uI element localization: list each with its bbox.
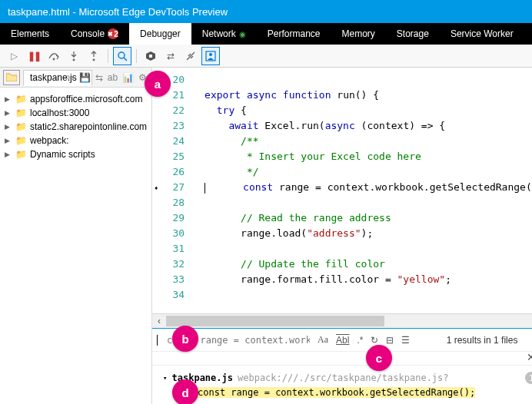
svg-point-3 [118, 52, 125, 58]
disconnect-button[interactable] [181, 47, 200, 65]
step-over-button[interactable] [45, 47, 63, 65]
main-tab-strip: Elements Console ✖2 Debugger Network ◉ P… [0, 23, 532, 45]
refresh-button[interactable]: ↻ [371, 335, 378, 346]
callout-a: a [145, 71, 171, 97]
result-filepath: webpack:///./src/taskpane/taskpane.js? [238, 373, 449, 383]
callout-b: b [172, 326, 198, 352]
horizontal-scrollbar[interactable]: ‹ › [152, 313, 532, 327]
tree-item[interactable]: ▶📁Dynamic scripts [3, 147, 148, 161]
search-panel: Aa Abl .* ↻ ⊟ ☰ 1 results in 1 files ✕ ▾… [152, 327, 532, 404]
save-icon[interactable]: 💾 [79, 72, 91, 83]
editor-panel: 20212223242526➧2728293031323334 export a… [152, 68, 532, 404]
tree-item[interactable]: ▶📁webpack: [3, 134, 148, 147]
callout-c: c [366, 345, 392, 371]
toolbar-separator [108, 49, 108, 63]
window-titlebar: taskpane.html - Microsoft Edge DevTools … [0, 0, 532, 23]
hexagon-icon [145, 51, 156, 61]
code-editor[interactable]: 20212223242526➧2728293031323334 export a… [152, 68, 532, 313]
tab-memory[interactable]: Memory [331, 23, 386, 45]
format-icon[interactable]: ab [108, 72, 118, 83]
breakpoints-button[interactable] [141, 47, 160, 65]
result-line[interactable]: (27) const range = context.workbook.getS… [163, 387, 532, 398]
tab-storage[interactable]: Storage [386, 23, 440, 45]
svg-line-4 [124, 58, 127, 61]
result-snippet: const range = context.workbook.getSelect… [198, 387, 475, 398]
tab-network[interactable]: Network ◉ [191, 23, 257, 45]
search-result-count: 1 results in 1 files [447, 335, 518, 346]
step-out-icon [89, 51, 98, 61]
callout-d: d [172, 379, 198, 404]
folder-icon [6, 73, 17, 81]
line-gutter: 20212223242526➧2728293031323334 [152, 68, 204, 313]
result-count-badge: 1 [525, 372, 532, 384]
tree-item[interactable]: ▶📁appsforoffice.microsoft.com [3, 92, 148, 106]
file-tree: ▶📁appsforoffice.microsoft.com ▶📁localhos… [0, 88, 151, 166]
open-file-button[interactable] [3, 70, 20, 85]
debugger-toolbar: ▷ ❚❚ ⇄ [0, 45, 532, 68]
step-out-button[interactable] [85, 47, 103, 65]
dom-breakpoints-button[interactable] [201, 47, 220, 65]
scroll-track[interactable] [166, 314, 530, 328]
window-title: taskpane.html - Microsoft Edge DevTools … [8, 6, 228, 18]
text-cursor [157, 335, 158, 346]
step-into-icon [69, 51, 78, 61]
svg-point-1 [73, 58, 75, 61]
tab-service-workers[interactable]: Service Worker [440, 23, 524, 45]
file-explorer-sidebar: taskpane.js × ✂ 💾 ⇆ ab 📊 ⚙ ▶📁appsforoffi… [0, 68, 152, 404]
tab-console[interactable]: Console ✖2 [60, 23, 129, 45]
svg-rect-6 [149, 55, 152, 58]
list-button[interactable]: ☰ [401, 335, 410, 346]
tab-debugger[interactable]: Debugger [129, 23, 191, 45]
step-into-button[interactable] [65, 47, 83, 65]
disconnect-icon [185, 51, 196, 61]
tree-item[interactable]: ▶📁localhost:3000 [3, 106, 148, 120]
match-whole-word-button[interactable]: Abl [336, 335, 349, 346]
step-over-icon [48, 51, 60, 61]
filter-button[interactable]: ⊟ [386, 335, 394, 346]
svg-point-2 [93, 58, 95, 61]
search-button[interactable] [113, 47, 131, 65]
file-tab-strip: taskpane.js × ✂ 💾 ⇆ ab 📊 ⚙ [0, 68, 151, 88]
toolbar-separator [136, 49, 137, 63]
network-record-icon: ◉ [239, 30, 246, 38]
console-error-badge: ✖2 [108, 28, 118, 39]
scroll-left-button[interactable]: ‹ [152, 314, 166, 328]
person-box-icon [205, 51, 216, 61]
stats-icon[interactable]: 📊 [122, 72, 134, 83]
search-result-item[interactable]: ▾ taskpane.js webpack:///./src/taskpane/… [152, 366, 532, 404]
code-lines: export async function run() { try { awai… [204, 68, 532, 313]
scissors-icon[interactable]: ✂ [67, 72, 75, 83]
tree-item[interactable]: ▶📁static2.sharepointonline.com [3, 120, 148, 134]
search-icon [117, 51, 128, 61]
match-case-button[interactable]: Aa [318, 334, 328, 346]
pause-button[interactable]: ❚❚ [25, 47, 43, 65]
continue-button[interactable]: ▷ [5, 47, 23, 65]
svg-point-0 [53, 58, 55, 60]
collapse-arrow-icon[interactable]: ▾ [163, 374, 167, 382]
tab-elements[interactable]: Elements [0, 23, 60, 45]
svg-point-8 [209, 53, 212, 56]
regex-button[interactable]: .* [357, 335, 363, 346]
close-search-button[interactable]: ✕ [527, 351, 532, 363]
compare-icon[interactable]: ⇆ [95, 72, 103, 83]
exceptions-button[interactable]: ⇄ [161, 47, 180, 65]
tab-performance[interactable]: Performance [257, 23, 331, 45]
scroll-thumb[interactable] [166, 316, 384, 326]
